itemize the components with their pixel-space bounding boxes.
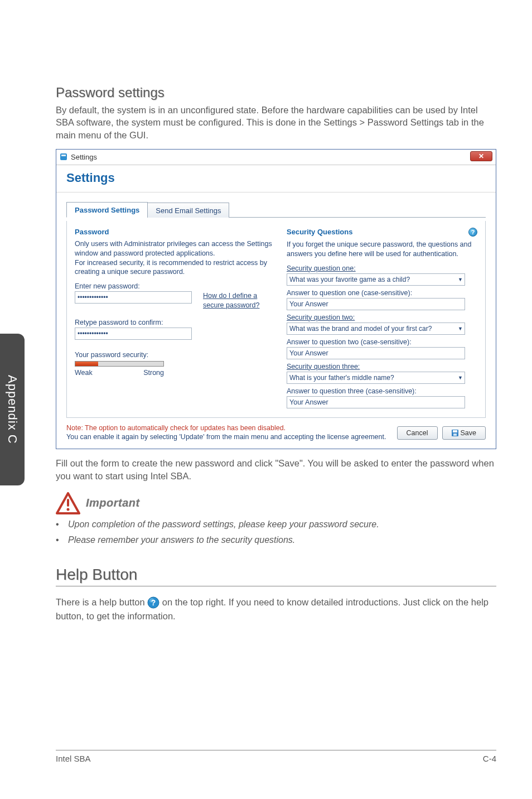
window-app-icon [60,153,67,161]
warning-triangle-icon [56,492,80,514]
bullet-text: Please remember your answers to the secu… [68,533,295,547]
tab-send-email-settings[interactable]: Send Email Settings [147,203,229,218]
question-three-label: Security question three: [287,363,477,370]
svg-rect-0 [60,153,67,160]
footer-right: C-4 [483,754,496,763]
footer-area: Note: The option to automatically check … [66,423,486,442]
help-para-part1: There is a help button [56,597,147,607]
update-note: Note: The option to automatically check … [66,423,386,442]
intro-paragraph: By default, the system is in an unconfig… [56,104,496,141]
bullet-text: Upon completion of the password settings… [68,518,379,531]
save-disk-icon [452,430,458,436]
password-strength-meter [75,361,164,367]
retype-password-label: Retype password to confirm: [75,319,275,326]
svg-rect-3 [453,430,457,432]
window-titlebar: Settings ✕ [56,150,496,165]
question-three-select[interactable]: What is your father's middle name? ▼ [287,372,465,384]
important-bullets: • Upon completion of the password settin… [56,518,496,547]
important-label: Important [86,497,140,509]
after-screenshot-paragraph: Fill out the form to create the new pass… [56,457,496,482]
svg-text:?: ? [151,598,156,607]
password-column: Password Only users with Administrator p… [75,228,275,408]
chevron-down-icon: ▼ [458,372,463,384]
heading-password-settings: Password settings [56,85,496,100]
password-section-heading: Password [75,228,275,236]
password-description: Only users with Administrator privileges… [75,239,275,277]
help-icon: ? [147,596,159,609]
security-questions-heading: Security Questions [287,228,352,236]
retype-password-input[interactable] [75,328,192,340]
window-title: Settings [71,153,97,161]
appendix-side-tab: Appendix C [0,334,25,485]
help-icon[interactable]: ? [468,228,477,237]
strength-strong-label: Strong [143,369,164,377]
close-icon[interactable]: ✕ [470,151,492,161]
page-footer: Intel SBA C-4 [56,750,496,763]
bullet-item: • Please remember your answers to the se… [56,533,496,547]
password-strength-fill [75,362,98,366]
bullet-dot-icon: • [56,533,62,547]
answer-one-input[interactable]: Your Answer [287,298,465,310]
answer-two-label: Answer to question two (case-sensitive): [287,338,477,346]
password-strength-scale: Weak Strong [75,369,164,377]
bullet-item: • Upon completion of the password settin… [56,518,496,531]
chevron-down-icon: ▼ [458,323,463,335]
enter-password-label: Enter new password: [75,282,275,290]
answer-three-label: Answer to question three (case-sensitive… [287,387,477,395]
question-two-label: Security question two: [287,314,477,321]
enter-password-input[interactable] [75,291,192,304]
settings-window: Settings ✕ Settings Password Settings Se… [56,149,496,450]
important-callout: Important [56,492,496,514]
svg-rect-1 [61,155,66,156]
save-button-label: Save [461,429,477,437]
how-define-password-link[interactable]: How do I define a secure password? [203,291,259,310]
svg-rect-6 [67,499,69,507]
settings-panel: Password Only users with Administrator p… [66,221,486,418]
bullet-dot-icon: • [56,518,62,531]
svg-point-7 [67,508,70,511]
appendix-side-tab-label: Appendix C [5,375,20,444]
answer-two-input[interactable]: Your Answer [287,347,465,359]
settings-page-title: Settings [56,165,496,192]
save-button[interactable]: Save [442,426,486,440]
question-one-select[interactable]: What was your favorite game as a child? … [287,273,465,286]
question-three-value: What is your father's middle name? [287,372,465,384]
settings-tabs: Password Settings Send Email Settings [66,201,486,218]
strength-weak-label: Weak [75,369,93,377]
question-one-label: Security question one: [287,264,477,272]
update-note-enable: You can enable it again by selecting 'Up… [66,432,386,442]
security-questions-column: Security Questions ? If you forget the u… [287,228,477,408]
heading-help-button: Help Button [56,566,496,586]
cancel-button[interactable]: Cancel [397,426,438,440]
question-two-select[interactable]: What was the brand and model of your fir… [287,323,465,335]
update-note-disabled: Note: The option to automatically check … [66,423,386,433]
security-questions-description: If you forget the unique secure password… [287,240,477,259]
answer-one-label: Answer to question one (case-sensitive): [287,289,477,297]
password-strength-label: Your password security: [75,351,275,359]
footer-left: Intel SBA [56,754,91,763]
svg-rect-4 [453,434,457,436]
question-one-value: What was your favorite game as a child? [287,273,465,286]
question-two-value: What was the brand and model of your fir… [287,323,465,335]
help-paragraph: There is a help button ? on the top righ… [56,595,496,624]
tab-password-settings[interactable]: Password Settings [66,202,148,218]
chevron-down-icon: ▼ [458,273,463,286]
answer-three-input[interactable]: Your Answer [287,396,465,408]
